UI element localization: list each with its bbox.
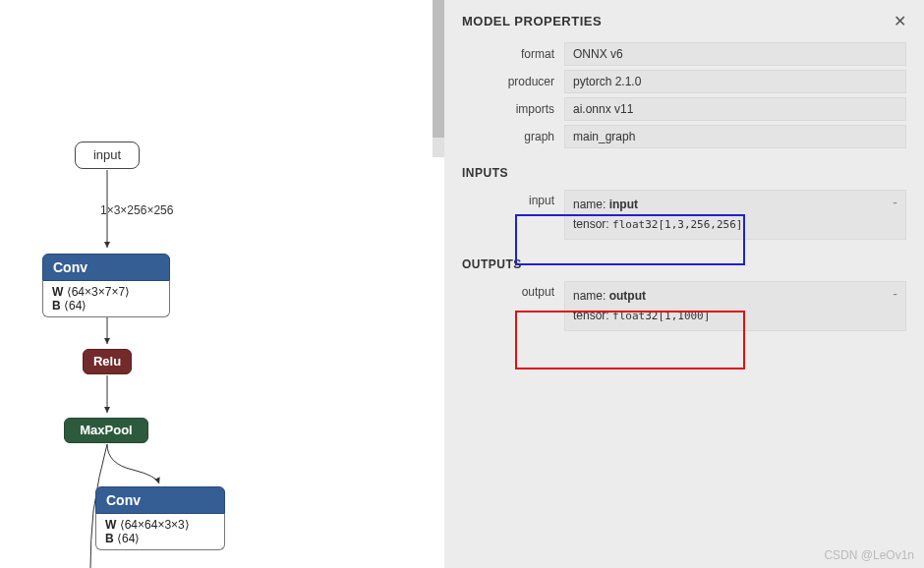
prop-value-imports[interactable]: ai.onnx v11 (564, 97, 906, 121)
input-label: input (462, 190, 564, 240)
prop-row-imports: imports ai.onnx v11 (462, 97, 906, 121)
input-collapse-toggle[interactable]: - (893, 195, 897, 210)
inputs-section-title: INPUTS (462, 166, 906, 180)
node-conv-2-body: W ⟨64×64×3×3⟩ B ⟨64⟩ (95, 514, 225, 550)
node-input-label: input (93, 147, 121, 162)
prop-value-format[interactable]: ONNX v6 (564, 42, 906, 66)
prop-row-producer: producer pytorch 2.1.0 (462, 70, 906, 93)
output-box[interactable]: name: output tensor: float32[1,1000] - (564, 281, 906, 331)
outputs-section-title: OUTPUTS (462, 257, 906, 271)
node-conv-2-header: Conv (95, 486, 225, 514)
scrollbar-thumb[interactable] (433, 0, 444, 138)
node-maxpool[interactable]: MaxPool (64, 418, 148, 443)
prop-label-format: format (462, 47, 564, 61)
output-label: output (462, 281, 564, 331)
node-relu[interactable]: Relu (83, 349, 132, 374)
node-conv-2[interactable]: Conv W ⟨64×64×3×3⟩ B ⟨64⟩ (95, 486, 225, 550)
prop-label-imports: imports (462, 102, 564, 116)
prop-row-graph: graph main_graph (462, 125, 906, 148)
prop-label-producer: producer (462, 75, 564, 88)
output-collapse-toggle[interactable]: - (893, 286, 897, 302)
watermark: CSDN @LeOv1n (824, 548, 914, 562)
node-conv-1[interactable]: Conv W ⟨64×3×7×7⟩ B ⟨64⟩ (42, 254, 170, 317)
node-conv-1-body: W ⟨64×3×7×7⟩ B ⟨64⟩ (42, 281, 170, 317)
prop-label-graph: graph (462, 130, 564, 143)
properties-panel: MODEL PROPERTIES ✕ format ONNX v6 produc… (444, 0, 924, 568)
edge-shape-label: 1×3×256×256 (100, 203, 173, 217)
close-icon[interactable]: ✕ (894, 12, 906, 30)
input-box[interactable]: name: input tensor: float32[1,3,256,256]… (564, 190, 906, 240)
prop-value-graph[interactable]: main_graph (564, 125, 906, 148)
panel-title: MODEL PROPERTIES (462, 14, 602, 28)
prop-value-producer[interactable]: pytorch 2.1.0 (564, 70, 906, 93)
prop-row-format: format ONNX v6 (462, 42, 906, 66)
graph-canvas[interactable]: input 1×3×256×256 Conv W ⟨64×3×7×7⟩ B ⟨6… (0, 0, 433, 568)
node-conv-1-header: Conv (42, 254, 170, 281)
output-entry: output name: output tensor: float32[1,10… (462, 281, 906, 331)
node-input[interactable]: input (75, 142, 140, 169)
input-entry: input name: input tensor: float32[1,3,25… (462, 190, 906, 240)
